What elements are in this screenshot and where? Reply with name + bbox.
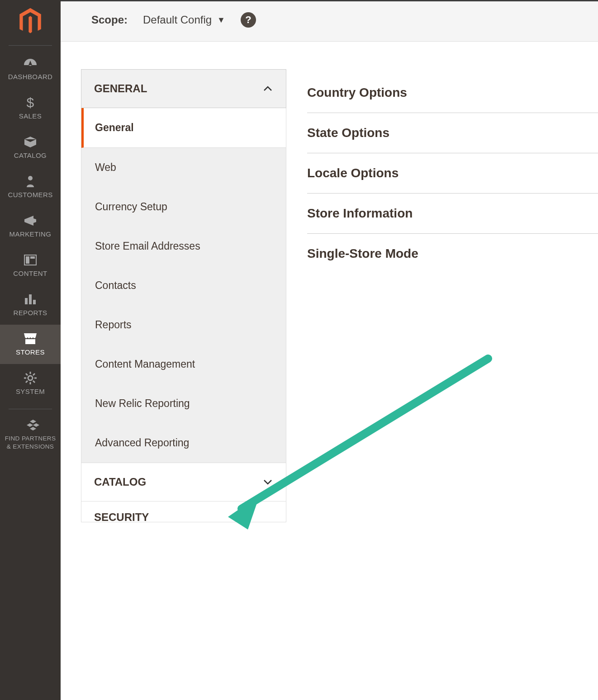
gauge-icon [0,56,61,71]
main-area: Scope: Default Config ▼ ? GENERAL Genera… [61,0,598,700]
svg-rect-6 [29,294,32,304]
subitem-label: Store Email Addresses [95,240,200,252]
subitem-reports[interactable]: Reports [81,305,286,345]
svg-point-1 [28,176,33,180]
config-sections: Country Options State Options Locale Opt… [307,73,598,274]
subitem-currency-setup[interactable]: Currency Setup [81,187,286,227]
subitem-label: Web [95,161,116,173]
nav-label: CUSTOMERS [0,191,61,199]
svg-rect-5 [25,298,28,304]
box-icon [0,134,61,150]
divider [9,409,52,409]
nav-label: FIND PARTNERS & EXTENSIONS [3,435,58,451]
scope-value: Default Config [143,14,212,26]
subitem-label: Reports [95,319,132,331]
svg-point-8 [28,376,33,380]
subitem-label: Contacts [95,279,136,291]
panel-general-items: General Web Currency Setup Store Email A… [81,108,286,463]
subitem-label: Content Management [95,358,195,370]
nav-label: REPORTS [0,309,61,317]
section-locale-options[interactable]: Locale Options [307,153,598,194]
person-icon [0,174,61,189]
layout-icon [0,252,61,268]
nav-find-partners[interactable]: FIND PARTNERS & EXTENSIONS [0,413,61,460]
svg-rect-7 [33,300,36,304]
section-state-options[interactable]: State Options [307,113,598,153]
magento-logo [17,8,44,35]
subitem-label: Currency Setup [95,201,167,213]
nav-label: CATALOG [0,151,61,159]
nav-label: CONTENT [0,270,61,277]
section-label: Single-Store Mode [307,246,418,260]
nav-label: STORES [0,348,61,356]
bars-icon [0,292,61,307]
section-label: Store Information [307,206,413,220]
section-store-information[interactable]: Store Information [307,194,598,234]
scope-bar: Scope: Default Config ▼ ? [61,1,598,42]
nav-catalog[interactable]: CATALOG [0,128,61,167]
panel-label: SECURITY [94,511,149,523]
megaphone-icon [0,213,61,228]
gear-icon [0,370,61,386]
nav-reports[interactable]: REPORTS [0,285,61,325]
scope-select[interactable]: Default Config ▼ [143,14,225,26]
nav-label: SALES [0,112,61,120]
config-tabs: GENERAL General Web Currency Setup Store… [81,69,286,522]
panel-label: CATALOG [94,476,146,488]
nav-marketing[interactable]: MARKETING [0,207,61,246]
section-label: State Options [307,126,389,140]
caret-down-icon: ▼ [217,15,225,25]
panel-catalog[interactable]: CATALOG [81,463,286,501]
nav-label: SYSTEM [0,388,61,395]
subitem-store-email[interactable]: Store Email Addresses [81,227,286,266]
subitem-advanced-reporting[interactable]: Advanced Reporting [81,423,286,463]
nav-content[interactable]: CONTENT [0,246,61,285]
help-icon[interactable]: ? [241,12,256,28]
store-icon [0,331,61,346]
scope-label: Scope: [91,14,128,26]
dollar-icon: $ [0,95,61,110]
divider [9,45,52,46]
section-label: Country Options [307,85,407,99]
admin-sidebar: DASHBOARD $ SALES CATALOG CUSTOMERS MARK… [0,0,61,700]
chevron-up-icon [262,83,273,94]
section-country-options[interactable]: Country Options [307,73,598,113]
nav-customers[interactable]: CUSTOMERS [0,167,61,207]
subitem-contacts[interactable]: Contacts [81,266,286,305]
panel-general[interactable]: GENERAL [81,69,286,108]
section-label: Locale Options [307,166,399,180]
subitem-web[interactable]: Web [81,148,286,187]
nav-system[interactable]: SYSTEM [0,364,61,403]
nav-sales[interactable]: $ SALES [0,89,61,128]
subitem-new-relic[interactable]: New Relic Reporting [81,384,286,423]
svg-rect-4 [30,256,35,259]
subitem-label: New Relic Reporting [95,397,190,409]
blocks-icon [3,417,63,433]
section-single-store-mode[interactable]: Single-Store Mode [307,234,598,274]
nav-dashboard[interactable]: DASHBOARD [0,49,61,89]
subitem-general[interactable]: General [81,108,286,148]
subitem-label: Advanced Reporting [95,437,189,449]
subitem-label: General [95,122,134,133]
nav-label: MARKETING [0,230,61,238]
svg-rect-3 [26,256,29,264]
nav-label: DASHBOARD [0,73,61,80]
chevron-down-icon [262,477,273,487]
svg-text:$: $ [26,95,34,110]
panel-security[interactable]: SECURITY [81,501,286,522]
subitem-content-management[interactable]: Content Management [81,345,286,384]
nav-stores[interactable]: STORES [0,325,61,364]
panel-label: GENERAL [94,82,147,95]
chevron-down-icon [262,512,273,523]
